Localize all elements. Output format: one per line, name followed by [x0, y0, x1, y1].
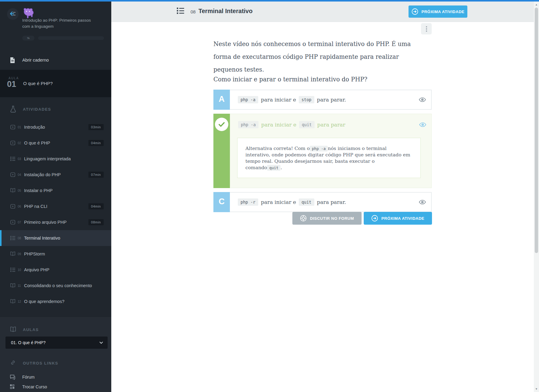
quiz-list-icon [10, 267, 15, 272]
sidebar-activity-item[interactable]: 03 Linguagem interpretada [0, 151, 111, 167]
code-chip: php -a [238, 96, 258, 103]
notebook-icon [10, 57, 15, 63]
answer-text-segment: para parar [317, 122, 345, 128]
sidebar-item-forum[interactable]: Fórum [0, 372, 111, 382]
code-chip: php -a [310, 146, 328, 151]
scrollbar-up-arrow[interactable]: ▲ [534, 2, 539, 7]
activity-duration-badge: 08min [88, 219, 104, 225]
answer-text-segment: para iniciar e [261, 199, 296, 205]
activity-label: Instalar o PHP [24, 188, 53, 193]
reveal-answer-eye-icon[interactable] [419, 121, 427, 129]
answer-option[interactable]: php -apara iniciar equitpara parar Alter… [213, 114, 432, 188]
aulas-section-label: AULAS [23, 327, 39, 332]
activity-label: Arquivo PHP [24, 267, 49, 272]
next-activity-label: PRÓXIMA ATIVIDADE [381, 216, 424, 221]
sidebar-activity-item[interactable]: 10 Arquivo PHP [0, 262, 111, 278]
page-title: Terminal Interativo [198, 8, 252, 15]
answer-option[interactable]: A php -apara iniciar estoppara parar. [213, 90, 432, 110]
activity-duration-badge: 04min [88, 203, 104, 209]
option-body: php -rpara iniciar equitpara parar. [230, 192, 432, 212]
question-prompt-text: Como iniciar e parar o terminal interati… [213, 73, 411, 86]
activity-label: Consolidando o seu conhecimento [24, 283, 92, 288]
scrollbar-down-arrow[interactable]: ▼ [534, 387, 539, 391]
activities-section-header: ATIVIDADES [0, 105, 111, 113]
answer-text-segment: Alternativa correta! Com o [245, 146, 310, 151]
sidebar-activity-item[interactable]: 11 Consolidando o seu conhecimento [0, 278, 111, 294]
activity-label: Instalação do PHP [24, 172, 61, 177]
video-activity-icon [10, 220, 15, 225]
back-arrow-icon [9, 11, 16, 17]
activity-number: 09 [18, 252, 22, 256]
sidebar-activity-item[interactable]: 08 Terminal Interativo [0, 230, 111, 246]
video-activity-icon [10, 125, 15, 130]
next-activity-button-top[interactable]: PRÓXIMA ATIVIDADE [409, 5, 467, 18]
quiz-list-icon [10, 156, 15, 161]
activity-header: 08 Terminal Interativo PRÓXIMA ATIVIDADE [111, 2, 534, 22]
lesson-select-dropdown[interactable]: 01. O que é PHP? [5, 337, 108, 349]
open-notebook-button[interactable]: Abrir caderno [0, 53, 111, 67]
activity-number: 02 [18, 141, 22, 145]
code-chip: php -r [238, 198, 258, 206]
option-body: php -apara iniciar estoppara parar. [230, 90, 432, 110]
option-answer-text: php -apara iniciar equitpara parar [230, 114, 431, 135]
arrow-right-circle-icon [412, 8, 418, 15]
footer-actions: DISCUTIR NO FORUM PRÓXIMA ATIVIDADE [213, 212, 432, 225]
option-body: php -apara iniciar equitpara parar Alter… [230, 114, 432, 188]
kebab-dot [426, 28, 427, 30]
reading-book-icon [10, 251, 15, 256]
sidebar-activity-item[interactable]: 01 Introdução 03min [0, 119, 111, 135]
sidebar-bottom-section: AULAS 01. O que é PHP? OUTROS LINKS Fóru… [0, 317, 111, 392]
collapse-sidebar-button[interactable] [7, 8, 19, 20]
next-activity-button-bottom[interactable]: PRÓXIMA ATIVIDADE [364, 212, 432, 225]
video-activity-icon [10, 141, 15, 145]
course-title: Introdução ao PHP: Primeiros passos com … [22, 17, 95, 29]
activity-number: 10 [18, 268, 22, 272]
quiz-list-icon [10, 236, 15, 241]
course-progress: % [22, 36, 104, 41]
code-chip: quit [299, 121, 315, 128]
reading-book-icon [10, 283, 15, 288]
progress-percent-badge: % [22, 36, 34, 41]
sidebar-activity-item[interactable]: 07 Primeiro arquivo PHP 08min [0, 214, 111, 230]
answer-option[interactable]: C php -rpara iniciar equitpara parar. [213, 192, 432, 212]
option-answer-text: php -apara iniciar estoppara parar. [230, 90, 431, 109]
progress-bar [38, 36, 104, 40]
activity-label: O que aprendemos? [24, 299, 64, 304]
lesson-title: O que é PHP? [23, 81, 53, 86]
current-lesson-banner[interactable]: AULA 01 O que é PHP? [0, 70, 111, 97]
answer-text-segment: para iniciar e [261, 97, 296, 103]
activity-number: 03 [18, 157, 22, 161]
video-activity-icon [10, 172, 15, 177]
more-options-button[interactable] [421, 23, 432, 34]
discuss-forum-button[interactable]: DISCUTIR NO FORUM [292, 212, 362, 225]
course-page: Introdução ao PHP: Primeiros passos com … [0, 0, 539, 392]
activity-number: 12 [18, 300, 22, 303]
sidebar-activity-item[interactable]: 02 O que é PHP 04min [0, 135, 111, 151]
activity-duration-badge: 07min [88, 172, 104, 178]
sidebar-item-label: Trocar Curso [22, 384, 47, 389]
discuss-forum-label: DISCUTIR NO FORUM [310, 216, 354, 221]
sidebar-activity-item[interactable]: 04 Instalação do PHP 07min [0, 167, 111, 183]
activity-type-list-icon [177, 7, 184, 14]
link-icon [10, 360, 16, 366]
reveal-answer-eye-icon[interactable] [419, 96, 426, 104]
sidebar-activity-item[interactable]: 09 PHPStorm [0, 246, 111, 262]
sidebar-activity-item[interactable]: 12 O que aprendemos? [0, 294, 111, 309]
kebab-dot [426, 26, 427, 27]
code-chip: quit [299, 198, 314, 206]
sidebar-activity-item[interactable]: 05 Instalar o PHP [0, 183, 111, 198]
answer-text-segment: para parar. [317, 199, 346, 205]
activity-label: O que é PHP [24, 141, 50, 145]
reveal-answer-eye-icon[interactable] [419, 198, 426, 206]
option-marker: C [213, 192, 230, 212]
sidebar-activity-item[interactable]: 06 PHP na CLI 04min [0, 198, 111, 214]
activity-number: 11 [18, 284, 22, 287]
sidebar-item-trocar-curso[interactable]: Trocar Curso [0, 382, 111, 391]
activity-label: PHP na CLI [24, 204, 47, 209]
kebab-dot [426, 30, 427, 32]
book-icon [10, 326, 16, 333]
scrollbar-thumb[interactable] [535, 8, 538, 253]
activity-number: 07 [18, 221, 22, 224]
video-activity-icon [10, 204, 15, 209]
activity-number: 08 [18, 237, 22, 240]
